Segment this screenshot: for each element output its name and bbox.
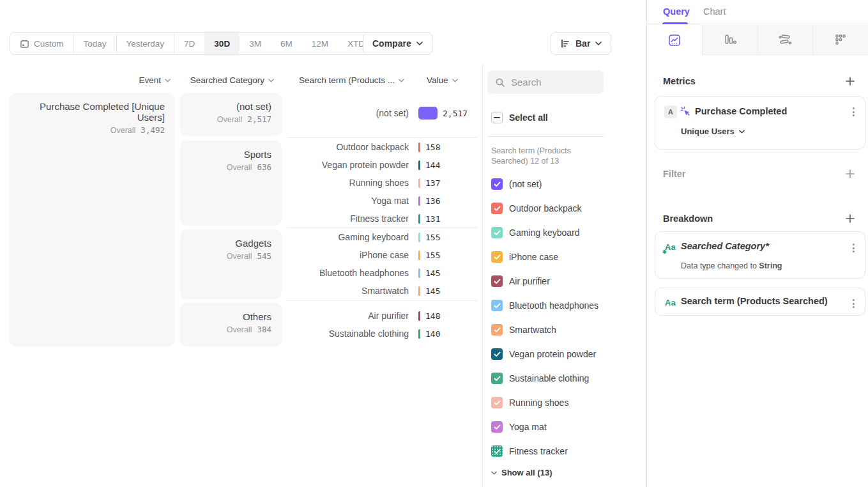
legend-search[interactable] xyxy=(487,70,604,94)
tab-flows[interactable] xyxy=(758,25,814,55)
group-separator xyxy=(287,300,477,301)
value-number: 2,517 xyxy=(443,109,468,118)
kebab-menu-icon[interactable] xyxy=(851,298,856,309)
compare-button[interactable]: Compare xyxy=(363,32,432,55)
search-input[interactable] xyxy=(511,77,594,88)
value-bar[interactable] xyxy=(418,233,420,242)
value-bar[interactable] xyxy=(418,196,420,206)
date-range-3m[interactable]: 3M xyxy=(240,33,271,54)
checkbox-checked[interactable] xyxy=(491,421,503,433)
legend-item[interactable]: Smartwatch xyxy=(491,318,556,342)
date-range-6m[interactable]: 6M xyxy=(271,33,302,54)
tab-funnels[interactable] xyxy=(703,25,758,55)
checkbox-checked[interactable] xyxy=(491,397,503,408)
legend-item[interactable]: Bluetooth headphones xyxy=(491,293,598,318)
date-range-12m[interactable]: 12M xyxy=(302,33,338,54)
date-range-today[interactable]: Today xyxy=(74,33,117,54)
legend-panel-divider xyxy=(482,64,483,487)
overall-value: 2,517 xyxy=(247,114,271,124)
checkbox-checked[interactable] xyxy=(491,300,503,311)
breakdown-card-search-term[interactable]: Aa Search term (Products Searched) xyxy=(655,288,865,316)
value-bar[interactable] xyxy=(418,329,420,339)
column-header-event[interactable]: Event xyxy=(10,75,171,86)
legend-item[interactable]: Running shoes xyxy=(491,390,568,415)
checkbox-checked[interactable] xyxy=(491,445,503,457)
select-all-row[interactable]: Select all xyxy=(491,112,548,123)
value-bar[interactable] xyxy=(418,214,420,224)
select-all-checkbox[interactable] xyxy=(491,112,503,123)
checkbox-checked[interactable] xyxy=(491,203,503,214)
value-number: 140 xyxy=(425,329,440,339)
chart-type-dropdown[interactable]: Bar xyxy=(551,32,611,55)
checkbox-checked[interactable] xyxy=(491,373,503,384)
legend-item[interactable]: Gaming keyboard xyxy=(491,220,580,245)
legend-item-label: Bluetooth headphones xyxy=(509,300,598,311)
date-range-custom-label: Custom xyxy=(34,39,64,49)
value-number: 145 xyxy=(425,268,440,278)
legend-item[interactable]: Fitness tracker xyxy=(491,439,568,463)
breakdown-card-searched-category[interactable]: Aa✱ Searched Category* Data type changed… xyxy=(655,231,865,279)
value-bar[interactable] xyxy=(418,107,438,120)
category-cell-others[interactable]: Others Overall384 xyxy=(180,303,282,346)
kebab-menu-icon[interactable] xyxy=(851,106,856,118)
legend-item-label: (not set) xyxy=(509,179,542,189)
value-bar[interactable] xyxy=(418,311,420,321)
tab-chart[interactable]: Chart xyxy=(703,6,726,17)
value-row: 136 xyxy=(418,194,440,207)
tab-query[interactable]: Query xyxy=(663,6,690,17)
checkbox-checked[interactable] xyxy=(491,251,503,263)
date-range-yesterday[interactable]: Yesterday xyxy=(117,33,175,54)
value-number: 148 xyxy=(425,311,440,321)
value-bar[interactable] xyxy=(418,178,420,188)
category-cell-not-set[interactable]: (not set) Overall2,517 xyxy=(180,93,282,136)
value-row: 145 xyxy=(418,284,440,297)
tab-insights[interactable] xyxy=(647,25,703,55)
checkbox-checked[interactable] xyxy=(491,324,503,336)
value-number: 136 xyxy=(425,196,440,206)
category-cell-gadgets[interactable]: Gadgets Overall545 xyxy=(180,229,282,299)
column-header-search-term[interactable]: Search term (Products ... xyxy=(275,75,404,86)
value-bar[interactable] xyxy=(418,143,420,152)
legend-item[interactable]: Air purifier xyxy=(491,269,550,293)
column-header-value[interactable]: Value xyxy=(427,75,471,86)
overall-label: Overall xyxy=(227,163,252,172)
event-cell[interactable]: Purchase Completed [Unique Users] Overal… xyxy=(10,93,175,346)
show-all-toggle[interactable]: Show all (13) xyxy=(491,468,552,477)
value-number: 155 xyxy=(425,251,440,260)
search-term-label: (not set) xyxy=(287,107,409,120)
legend-item[interactable]: (not set) xyxy=(491,172,542,196)
date-range-7d[interactable]: 7D xyxy=(174,33,204,54)
legend-item[interactable]: Yoga mat xyxy=(491,415,547,439)
value-bar[interactable] xyxy=(418,160,420,170)
metric-measure-dropdown[interactable]: Unique Users xyxy=(681,127,745,136)
checkbox-checked[interactable] xyxy=(491,275,503,287)
legend-item[interactable]: iPhone case xyxy=(491,245,558,269)
check-icon xyxy=(494,376,501,382)
checkbox-checked[interactable] xyxy=(491,178,503,190)
legend-caption: Search term (Products Searched) 12 of 13 xyxy=(491,146,605,166)
date-range-30d[interactable]: 30D xyxy=(204,33,240,54)
kebab-menu-icon[interactable] xyxy=(851,242,856,254)
date-range-custom[interactable]: Custom xyxy=(10,33,74,54)
checkbox-checked[interactable] xyxy=(491,348,503,360)
category-cell-sports[interactable]: Sports Overall636 xyxy=(180,141,282,226)
value-bar[interactable] xyxy=(418,251,420,260)
add-breakdown-button[interactable] xyxy=(845,213,855,224)
add-filter-button[interactable] xyxy=(845,169,855,179)
metric-card[interactable]: A Purchase Completed Unique Users xyxy=(655,96,865,150)
value-row: 131 xyxy=(418,212,440,225)
overall-label: Overall xyxy=(227,325,252,334)
column-header-category[interactable]: Searched Category xyxy=(180,75,274,86)
category-overall: Overall384 xyxy=(187,325,271,334)
add-metric-button[interactable] xyxy=(845,76,855,86)
check-icon xyxy=(494,230,501,236)
legend-item[interactable]: Outdoor backpack xyxy=(491,196,582,220)
legend-item[interactable]: Vegan protein powder xyxy=(491,342,596,366)
checkbox-checked[interactable] xyxy=(491,227,503,238)
legend-item[interactable]: Sustainable clothing xyxy=(491,366,589,390)
tab-retention[interactable] xyxy=(813,25,868,55)
check-icon xyxy=(494,327,501,333)
flows-icon xyxy=(778,33,792,46)
value-bar[interactable] xyxy=(418,286,420,296)
value-bar[interactable] xyxy=(418,268,420,278)
